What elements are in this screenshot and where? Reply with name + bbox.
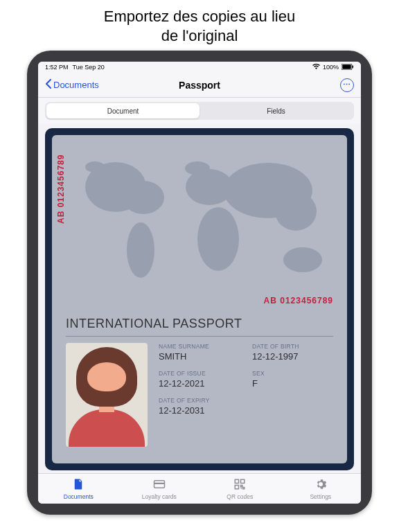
svg-rect-14 bbox=[154, 482, 164, 484]
name-label: NAME SURNAME bbox=[159, 343, 240, 350]
svg-point-9 bbox=[275, 192, 317, 231]
svg-point-4 bbox=[123, 181, 164, 214]
passport-card[interactable]: AB 0123456789 bbox=[45, 128, 354, 470]
battery-icon bbox=[342, 64, 354, 71]
sex-value: F bbox=[252, 378, 333, 389]
dob-value: 12-12-1997 bbox=[252, 351, 333, 362]
status-time: 1:52 PM bbox=[45, 64, 69, 71]
svg-rect-17 bbox=[236, 485, 239, 488]
tab-documents-label: Documents bbox=[64, 493, 94, 500]
field-dob: DATE OF BIRTH 12-12-1997 bbox=[252, 343, 333, 362]
segment-control: Document Fields bbox=[38, 98, 361, 124]
ellipsis-icon: ⋯ bbox=[343, 81, 351, 89]
issue-value: 12-12-2021 bbox=[159, 378, 240, 389]
svg-point-7 bbox=[197, 207, 239, 271]
heading-line2: de l'original bbox=[161, 27, 238, 44]
svg-rect-15 bbox=[236, 479, 239, 483]
svg-point-5 bbox=[127, 222, 154, 278]
tab-documents[interactable]: Documents bbox=[38, 474, 119, 504]
status-date: Tue Sep 20 bbox=[73, 64, 105, 71]
tab-fields[interactable]: Fields bbox=[200, 103, 353, 118]
battery-text: 100% bbox=[323, 64, 339, 71]
ipad-frame: 1:52 PM Tue Sep 20 100% Documents Passpo… bbox=[27, 51, 372, 515]
sex-label: SEX bbox=[252, 370, 333, 377]
passport-title: INTERNATIONAL PASSPORT bbox=[66, 317, 242, 331]
wifi-icon bbox=[312, 64, 320, 71]
passport-fields: NAME SURNAME SMITH DATE OF BIRTH 12-12-1… bbox=[159, 343, 333, 447]
passport-inner: AB 0123456789 bbox=[52, 135, 347, 463]
gear-icon bbox=[314, 478, 327, 492]
more-button[interactable]: ⋯ bbox=[340, 78, 354, 92]
tab-loyalty[interactable]: Loyalty cards bbox=[119, 474, 200, 504]
chevron-left-icon bbox=[45, 79, 52, 91]
back-button[interactable]: Documents bbox=[45, 79, 99, 91]
tab-loyalty-label: Loyalty cards bbox=[142, 493, 177, 500]
promo-heading: Emportez des copies au lieu de l'origina… bbox=[0, 0, 399, 51]
issue-label: DATE OF ISSUE bbox=[159, 370, 240, 377]
tab-settings[interactable]: Settings bbox=[281, 474, 362, 504]
heading-line1: Emportez des copies au lieu bbox=[104, 8, 295, 25]
svg-point-11 bbox=[185, 161, 210, 175]
expiry-value: 12-12-2031 bbox=[159, 405, 333, 416]
field-issue: DATE OF ISSUE 12-12-2021 bbox=[159, 370, 240, 389]
tab-bar: Documents Loyalty cards QR codes Setting… bbox=[38, 473, 361, 504]
divider bbox=[66, 336, 333, 337]
tab-document[interactable]: Document bbox=[46, 103, 200, 118]
svg-rect-16 bbox=[241, 479, 245, 483]
tab-settings-label: Settings bbox=[310, 493, 331, 500]
documents-icon bbox=[72, 478, 85, 492]
content-area: AB 0123456789 bbox=[38, 124, 361, 473]
svg-rect-1 bbox=[342, 64, 351, 69]
svg-point-10 bbox=[283, 247, 322, 272]
world-map-icon bbox=[67, 149, 344, 287]
back-label: Documents bbox=[53, 80, 99, 90]
serial-number-horizontal: AB 0123456789 bbox=[264, 296, 333, 305]
card-icon bbox=[153, 478, 166, 492]
tab-qr[interactable]: QR codes bbox=[200, 474, 281, 504]
passport-body: NAME SURNAME SMITH DATE OF BIRTH 12-12-1… bbox=[66, 343, 333, 447]
tab-fields-label: Fields bbox=[267, 107, 285, 115]
qr-icon bbox=[233, 478, 246, 492]
svg-rect-2 bbox=[353, 65, 354, 68]
page-title: Passport bbox=[179, 80, 220, 91]
passport-photo bbox=[66, 343, 148, 447]
dob-label: DATE OF BIRTH bbox=[252, 343, 333, 350]
svg-point-12 bbox=[85, 161, 105, 172]
field-name: NAME SURNAME SMITH bbox=[159, 343, 240, 362]
field-sex: SEX F bbox=[252, 370, 333, 389]
nav-bar: Documents Passport ⋯ bbox=[38, 73, 361, 98]
status-bar: 1:52 PM Tue Sep 20 100% bbox=[38, 62, 361, 73]
serial-number-vertical: AB 0123456789 bbox=[56, 154, 66, 224]
name-value: SMITH bbox=[159, 351, 240, 362]
field-expiry: DATE OF EXPIRY 12-12-2031 bbox=[159, 397, 333, 416]
tab-qr-label: QR codes bbox=[227, 493, 253, 500]
expiry-label: DATE OF EXPIRY bbox=[159, 397, 333, 404]
tab-document-label: Document bbox=[107, 107, 139, 115]
ipad-screen: 1:52 PM Tue Sep 20 100% Documents Passpo… bbox=[38, 62, 361, 504]
